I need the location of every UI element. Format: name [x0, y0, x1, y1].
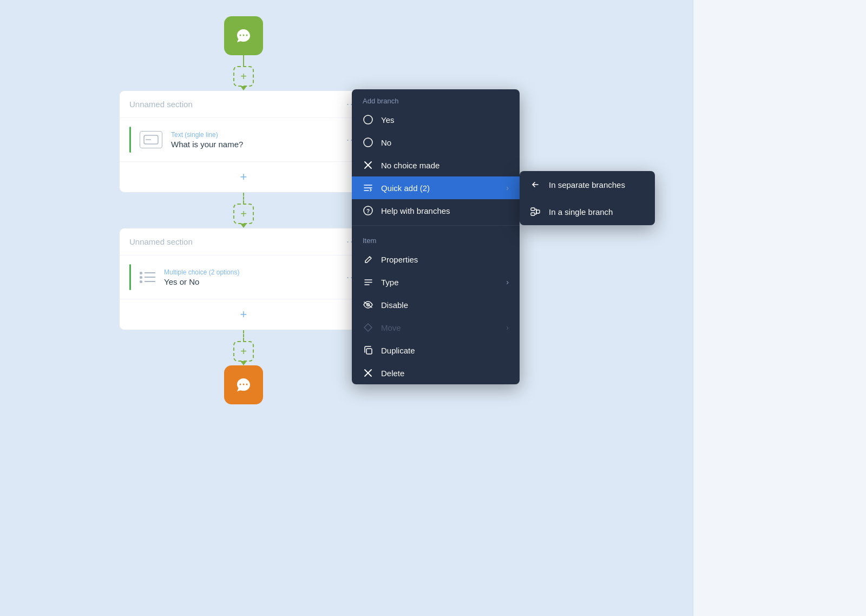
radio-icon-yes	[363, 114, 373, 125]
question-label-1: What is your name?	[171, 140, 338, 149]
move-chevron: ›	[506, 323, 509, 332]
no-label: No	[381, 138, 509, 147]
connector-1: +	[233, 55, 254, 90]
add-button-3[interactable]: +	[233, 341, 254, 362]
menu-item-disable[interactable]: Disable	[352, 293, 520, 316]
duplicate-label: Duplicate	[381, 346, 509, 355]
copy-icon	[363, 345, 373, 356]
end-node[interactable]	[224, 365, 263, 404]
submenu-item-separate[interactable]: In separate branches	[520, 171, 655, 198]
add-item-btn-2[interactable]: +	[236, 307, 251, 322]
quick-add-label: Quick add (2)	[381, 184, 498, 193]
question-text-block-1: Text (single line) What is your name?	[171, 131, 338, 149]
svg-rect-14	[536, 210, 540, 213]
help-icon: ?	[363, 205, 373, 216]
right-panel	[693, 0, 866, 616]
menu-item-no-choice[interactable]: No choice made	[352, 154, 520, 176]
single-branch-label: In a single branch	[549, 207, 613, 217]
section-header-1: Unnamed section ···	[120, 91, 368, 118]
type-chevron: ›	[506, 278, 509, 286]
submenu-item-single[interactable]: In a single branch	[520, 198, 655, 225]
question-type-1: Text (single line)	[171, 131, 338, 139]
eye-icon	[363, 299, 373, 310]
section-header-2: Unnamed section ···	[120, 228, 368, 255]
menu-item-move: Move ›	[352, 316, 520, 339]
svg-point-9	[364, 138, 372, 147]
add-item-row-2: +	[120, 299, 368, 330]
menu-divider-1	[352, 225, 520, 226]
svg-point-8	[364, 115, 372, 124]
section-title-1: Unnamed section	[129, 100, 193, 109]
context-menu: Add branch Yes No	[352, 89, 520, 384]
yes-label: Yes	[381, 115, 509, 124]
diamond-icon	[363, 322, 373, 333]
svg-point-0	[240, 35, 241, 36]
single-branch-icon	[529, 206, 541, 218]
svg-rect-22	[366, 349, 372, 354]
lines-icon	[363, 277, 373, 287]
quick-add-icon	[363, 182, 373, 193]
menu-item-no[interactable]: No	[352, 131, 520, 154]
left-bar-1	[129, 127, 131, 153]
menu-item-delete[interactable]: Delete	[352, 362, 520, 384]
add-button-1[interactable]: +	[233, 66, 254, 87]
move-label: Move	[381, 323, 498, 332]
pencil-icon	[363, 254, 373, 265]
quick-add-chevron: ›	[506, 184, 509, 192]
start-node[interactable]	[224, 16, 263, 55]
type-label: Type	[381, 278, 498, 287]
x-delete-icon	[363, 368, 373, 378]
question-type-2: Multiple choice (2 options)	[164, 268, 338, 276]
item-section-label: Item	[352, 229, 520, 248]
menu-item-help[interactable]: ? Help with branches	[352, 199, 520, 222]
properties-label: Properties	[381, 255, 509, 264]
multi-choice-icon	[140, 272, 155, 283]
x-icon-no-choice	[363, 160, 373, 171]
menu-item-properties[interactable]: Properties	[352, 248, 520, 271]
svg-rect-12	[531, 208, 535, 211]
question-text-block-2: Multiple choice (2 options) Yes or No	[164, 268, 338, 286]
add-item-row-1: +	[120, 162, 368, 192]
disable-label: Disable	[381, 300, 509, 310]
question-item-1: Text (single line) What is your name? ··…	[120, 118, 368, 162]
connector-2: +	[233, 193, 254, 228]
add-item-btn-1[interactable]: +	[236, 169, 251, 185]
menu-item-type[interactable]: Type ›	[352, 271, 520, 293]
menu-item-yes[interactable]: Yes	[352, 108, 520, 131]
delete-label: Delete	[381, 369, 509, 378]
connector-3: +	[233, 330, 254, 365]
svg-point-7	[246, 384, 248, 385]
svg-point-6	[243, 384, 245, 385]
flow-container: + Unnamed section ··· Text (single line	[119, 16, 368, 404]
submenu: In separate branches In a single branch	[520, 171, 655, 225]
left-bar-2	[129, 264, 131, 290]
question-label-2: Yes or No	[164, 277, 338, 286]
question-item-2: Multiple choice (2 options) Yes or No ··…	[120, 255, 368, 299]
text-field-icon	[140, 131, 162, 148]
svg-rect-13	[531, 213, 535, 215]
section-card-2: Unnamed section ··· Multiple choice (2 o…	[119, 228, 368, 330]
svg-point-5	[240, 384, 241, 385]
canvas: + Unnamed section ··· Text (single line	[0, 0, 866, 616]
arrow-left-icon	[529, 179, 541, 191]
radio-icon-no	[363, 137, 373, 148]
section-card-1: Unnamed section ··· Text (single line) W…	[119, 90, 368, 193]
separate-branches-label: In separate branches	[549, 180, 625, 189]
help-label: Help with branches	[381, 206, 509, 215]
no-choice-label: No choice made	[381, 161, 509, 170]
menu-item-duplicate[interactable]: Duplicate	[352, 339, 520, 362]
menu-item-quick-add[interactable]: Quick add (2) › In separate branches	[352, 176, 520, 199]
svg-point-1	[243, 35, 245, 36]
svg-text:?: ?	[366, 208, 370, 214]
add-button-2[interactable]: +	[233, 204, 254, 224]
svg-point-2	[246, 35, 248, 36]
section-title-2: Unnamed section	[129, 237, 193, 246]
add-branch-label: Add branch	[352, 89, 520, 108]
